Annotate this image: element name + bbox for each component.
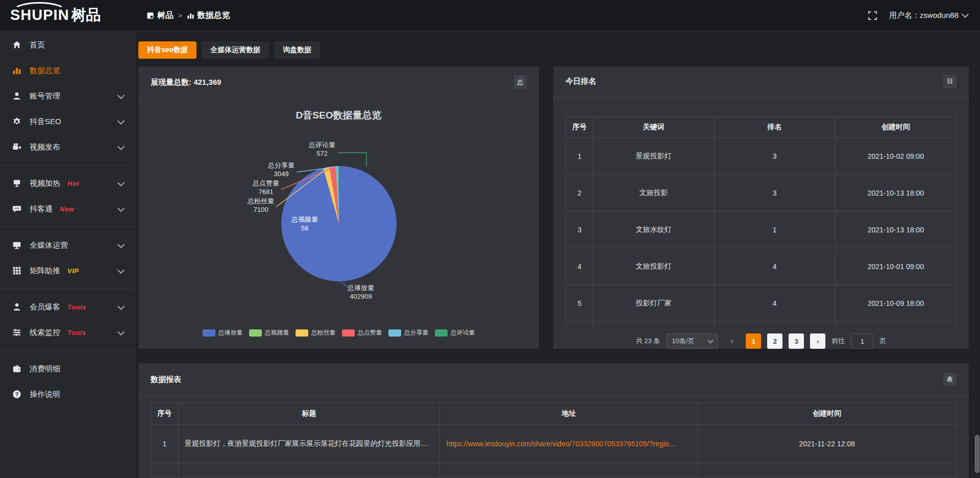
pie-label-fans: 总粉丝量7100 [236,197,285,214]
col-title: 标题 [178,403,440,425]
chevron-down-icon [117,179,125,186]
sidebar-item-douketong[interactable]: 抖客通 New [0,196,135,222]
app-icon [146,12,154,19]
legend-item-shares[interactable]: 总分享量 [388,328,429,337]
logo: SHUPIN 树品 [0,5,135,26]
user-menu[interactable]: 用户名：zswodun88 [889,11,968,20]
tab-media-operation-data[interactable]: 全媒体运营数据 [202,41,269,59]
total-toggle-button[interactable]: 总 [513,76,527,89]
ranking-table-wrap: 序号 关键词 排名 创建时间 1景观投影灯32021-10-02 09:00 [553,97,969,349]
page-size-select[interactable]: 10条/页 [666,333,718,349]
pie-label-comments: 总评论量572 [298,140,347,158]
report-card-header: 数据报表 表 [138,363,969,396]
tab-inquiry-data[interactable]: 询盘数据 [274,41,320,59]
breadcrumb-root[interactable]: 树品 [146,10,174,21]
sidebar-item-matrix-boost[interactable]: 矩阵助推 VIP [0,258,135,283]
fullscreen-icon[interactable] [868,11,877,20]
col-created: 创建时间 [698,403,957,425]
chevron-down-icon [117,302,125,309]
table-row[interactable]: 3文旅水纹灯12021-10-13 18:00 [566,211,957,248]
scrollbar[interactable] [975,32,979,477]
legend-swatch [296,329,308,337]
video-url-link[interactable]: https://www.iesdouyin.com/share/video/70… [440,425,698,463]
sidebar-item-home[interactable]: 首页 [0,32,135,58]
bar-chart-icon [187,12,194,19]
breadcrumb-separator: > [178,12,182,19]
breadcrumb-current[interactable]: 数据总览 [187,10,230,21]
sidebar-item-media-operation[interactable]: 全媒体运营 [0,232,135,258]
table-row[interactable]: 5投影灯厂家42021-10-09 18:00 [566,285,957,322]
sidebar-item-label: 视频加热 [30,179,60,188]
screen-heat-icon [12,179,22,188]
report-table: 序号 标题 地址 创建时间 1 景观投影灯，夜游景观投影灯厂家展示展示落花灯在花… [151,402,957,478]
chevron-down-icon [117,266,125,273]
sidebar-divider [0,227,135,227]
sidebar-item-video-heat[interactable]: 视频加热 Hot [0,171,135,196]
logo-text-cn: 树品 [71,5,101,26]
bar-chart-icon [12,66,22,75]
sidebar-item-consumption[interactable]: 消费明细 [0,356,135,381]
day-toggle-button[interactable]: 日 [943,75,957,88]
chevron-down-icon [962,11,969,18]
legend-item-likes[interactable]: 总点赞量 [342,328,382,337]
today-ranking-card: 今日排名 日 序号 关键词 排名 创建时间 [553,66,969,349]
chevron-down-icon [117,142,125,150]
table-row[interactable]: 2文旅投影32021-10-13 18:00 [566,175,957,211]
table-row-partial [566,322,957,329]
sidebar-item-lead-monitor[interactable]: 线索监控 Tools [0,320,135,345]
sidebar-item-label: 会员爆客 [30,302,60,312]
top-bar: SHUPIN 树品 树品 > 数据总览 用户名：zswo [0,0,980,31]
sidebar-item-data-overview[interactable]: 数据总览 [0,58,135,83]
table-row-partial [151,463,957,478]
svg-text:?: ? [15,391,19,397]
sidebar-item-douyin-seo[interactable]: 抖音SEO [0,109,135,134]
goto-unit: 页 [879,337,886,346]
table-row[interactable]: 1 景观投影灯，夜游景观投影灯厂家展示展示落花灯在花园里的灯光投影应用效果 # … [151,425,957,463]
legend-item-fans[interactable]: 总粉丝量 [296,328,336,337]
chevron-down-icon [117,241,125,248]
sidebar-item-video-publish[interactable]: 视频发布 [0,134,135,160]
scrollbar-thumb[interactable] [975,435,979,473]
col-address: 地址 [440,403,698,425]
page-button-2[interactable]: 2 [767,333,782,349]
sidebar-item-label: 视频发布 [30,142,60,152]
table-row[interactable]: 4文旅投影灯42021-10-01 09:00 [566,248,957,285]
wallet-icon [12,364,22,373]
sidebar-item-label: 线索监控 [30,328,60,338]
sidebar-item-account[interactable]: 账号管理 [0,83,135,109]
sidebar-item-label: 数据总览 [30,66,60,76]
pagination: 共 23 条 10条/页 ‹ 1 2 3 › 前往 [566,333,957,349]
sidebar-item-member-burst[interactable]: 会员爆客 Tools [0,294,135,320]
next-page-button[interactable]: › [810,333,825,349]
pie-label-shares: 总分享量3049 [257,161,306,178]
goto-page-input[interactable] [851,333,873,349]
sidebar-item-instructions[interactable]: ? 操作说明 [0,381,135,407]
prev-page-button[interactable]: ‹ [724,333,740,349]
impressions-card: 展现量总数: 421,369 总 D音SEO数据量总览 [138,66,539,349]
data-report-card: 数据报表 表 序号 标题 地址 创建时间 [138,363,969,478]
tab-douyin-seo-data[interactable]: 抖音seo数据 [138,41,197,59]
sliders-icon [12,328,22,337]
table-row[interactable]: 1景观投影灯32021-10-02 09:00 [566,138,957,175]
breadcrumb-root-label: 树品 [157,10,174,21]
table-toggle-button[interactable]: 表 [943,373,957,386]
sidebar-item-label: 消费明细 [30,364,60,374]
col-index: 序号 [151,403,179,425]
page-button-3[interactable]: 3 [789,333,804,349]
chevron-down-icon [117,117,125,124]
video-title-cell: 景观投影灯，夜游景观投影灯厂家展示展示落花灯在花园里的灯光投影应用效果 # [178,425,440,463]
sidebar-item-label: 抖客通 [30,204,53,214]
sidebar-divider [0,289,135,289]
legend-swatch [342,329,355,337]
breadcrumb-current-label: 数据总览 [198,10,230,21]
legend-item-comments[interactable]: 总评论量 [435,328,475,337]
legend-item-plays[interactable]: 总播放量 [203,328,243,337]
pie-chart-area: D音SEO数据量总览 总评论量572 [138,99,539,349]
legend-item-videos[interactable]: 总视频量 [249,328,289,337]
page-button-1[interactable]: 1 [746,333,761,349]
tools-badge: Tools [67,303,86,311]
hot-badge: Hot [67,180,79,187]
ranking-card-title: 今日排名 [566,77,596,86]
page-size-value: 10条/页 [672,337,694,346]
tools-badge: Tools [67,329,86,337]
